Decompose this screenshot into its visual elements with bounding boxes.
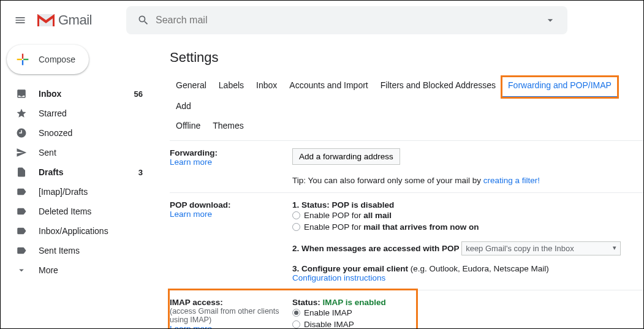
sidebar-item-inbox[interactable]: Inbox56 [1,84,153,104]
gmail-icon [36,13,56,28]
file-icon [15,166,28,178]
forwarding-heading: Forwarding: [170,148,286,157]
sidebar-item-label: Starred [39,108,143,118]
tab-inbox[interactable]: Inbox [250,77,283,97]
caret-down-icon [544,14,556,26]
pop-enable-new-radio[interactable]: Enable POP for mail that arrives from no… [292,221,637,233]
imap-disable-radio[interactable]: Disable IMAP [292,319,386,328]
sidebar-item-deleted-items[interactable]: Deleted Items [1,202,153,221]
tag-icon [15,186,28,198]
sidebar-item-label: Snoozed [39,128,143,138]
gmail-logo[interactable]: Gmail [36,12,92,28]
search-button[interactable] [131,8,156,32]
tab-forwarding-and-pop-imap[interactable]: Forwarding and POP/IMAP [502,77,618,97]
pop-section: POP download: Learn more 1. Status: POP … [170,193,643,290]
sidebar-item-label: [Imap]/Drafts [39,187,143,197]
tab-offline[interactable]: Offline [170,117,206,137]
sidebar: Compose Inbox56StarredSnoozedSentDrafts3… [1,40,153,328]
sidebar-item-more[interactable]: More [1,260,153,280]
sidebar-item-inbox-applications[interactable]: Inbox/Applications [1,221,153,241]
pop-access-select[interactable]: keep Gmail's copy in the Inbox [461,241,621,255]
sidebar-item-label: Sent Items [39,246,143,255]
settings-tabs: GeneralLabelsInboxAccounts and ImportFil… [170,77,643,137]
sidebar-item--imap-drafts[interactable]: [Imap]/Drafts [1,182,153,202]
sidebar-item-label: Deleted Items [39,206,143,216]
tab-themes[interactable]: Themes [206,117,250,137]
send-icon [15,146,28,159]
sidebar-item-sent-items[interactable]: Sent Items [1,241,153,260]
sidebar-item-label: Drafts [39,167,138,177]
gmail-logo-text: Gmail [58,12,92,28]
tag-icon [15,244,28,257]
pop-status-value: POP is disabled [332,200,395,210]
tab-general[interactable]: General [170,77,213,97]
plus-icon [14,51,31,68]
sidebar-item-label: More [39,265,143,275]
imap-learn-more-link[interactable]: Learn more [170,324,212,328]
sidebar-item-count: 3 [138,168,143,177]
forwarding-learn-more-link[interactable]: Learn more [170,157,212,167]
tab-accounts-and-import[interactable]: Accounts and Import [283,77,374,97]
imap-subtext: (access Gmail from other clients using I… [170,307,286,324]
sidebar-item-drafts[interactable]: Drafts3 [1,162,153,182]
hamburger-icon [14,14,26,26]
search-input[interactable] [156,15,538,26]
tab-labels[interactable]: Labels [213,77,250,97]
sidebar-item-label: Inbox/Applications [39,226,143,236]
imap-section: IMAP access: (access Gmail from other cl… [170,290,643,329]
search-bar [126,6,567,34]
sidebar-item-label: Sent [39,148,143,157]
tab-filters-and-blocked-addresses[interactable]: Filters and Blocked Addresses [374,77,502,97]
nav-list: Inbox56StarredSnoozedSentDrafts3[Imap]/D… [1,84,153,280]
pop-heading: POP download: [170,200,286,210]
tab-add[interactable]: Add [170,97,197,117]
tag-icon [15,205,28,217]
sidebar-item-label: Inbox [39,89,134,99]
pop-learn-more-link[interactable]: Learn more [170,210,212,219]
forwarding-section: Forwarding: Learn more Add a forwarding … [170,141,643,193]
imap-status-value: IMAP is enabled [323,298,386,307]
sidebar-item-snoozed[interactable]: Snoozed [1,123,153,143]
create-filter-link[interactable]: creating a filter! [483,176,540,185]
compose-label: Compose [39,55,75,64]
chevron-down-icon [15,264,28,276]
sidebar-item-count: 56 [134,89,143,99]
page-title: Settings [170,50,643,66]
settings-panel: Settings GeneralLabelsInboxAccounts and … [153,40,643,328]
add-forwarding-address-button[interactable]: Add a forwarding address [292,148,400,165]
tag-icon [15,225,28,237]
main-menu-button[interactable] [6,6,35,35]
clock-icon [15,127,28,139]
pop-config-instructions-link[interactable]: Configuration instructions [292,273,385,282]
inbox-icon [15,88,28,100]
app-header: Gmail [1,1,643,40]
imap-enable-radio[interactable]: Enable IMAP [292,307,386,319]
imap-status-label: Status: [292,298,323,307]
imap-heading: IMAP access: [170,298,286,307]
search-icon [137,14,150,26]
pop-status-label: 1. Status: [292,200,332,210]
sidebar-item-sent[interactable]: Sent [1,143,153,162]
star-icon [15,107,28,119]
sidebar-item-starred[interactable]: Starred [1,104,153,123]
search-options-button[interactable] [538,8,563,32]
forwarding-tip-text: Tip: You can also forward only some of y… [292,176,483,185]
pop-enable-all-radio[interactable]: Enable POP for all mail [292,210,637,221]
compose-button[interactable]: Compose [7,45,89,74]
